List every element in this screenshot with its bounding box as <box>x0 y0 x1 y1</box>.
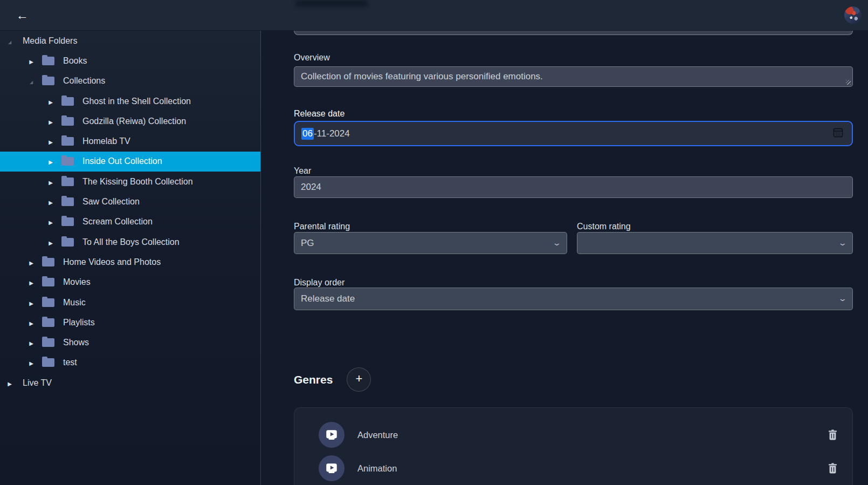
tree-item[interactable]: Books <box>0 51 260 71</box>
genre-label: Animation <box>357 463 397 474</box>
tree-expand-icon[interactable] <box>5 378 14 388</box>
display-order-select[interactable]: Release date ⌄ <box>294 288 853 310</box>
folder-icon <box>61 177 74 186</box>
blurred-title-text <box>295 0 368 7</box>
tree-item-label: To All the Boys Collection <box>82 237 180 247</box>
tree-item[interactable]: Live TV <box>0 373 260 393</box>
date-rest-segment: -11-2024 <box>314 128 350 139</box>
tree-expand-icon[interactable] <box>27 257 36 267</box>
folder-icon <box>61 238 74 247</box>
genres-heading: Genres <box>294 373 333 386</box>
folder-icon <box>42 298 54 307</box>
genre-avatar <box>319 455 345 481</box>
tree-expand-icon[interactable] <box>27 76 36 86</box>
genres-list: Adventure <box>294 407 853 485</box>
folder-icon <box>61 217 74 226</box>
parental-rating-select[interactable]: PG ⌄ <box>294 232 567 254</box>
parental-rating-value: PG <box>301 238 314 249</box>
tree-item[interactable]: Playlists <box>0 312 260 332</box>
folder-icon <box>42 278 54 286</box>
tree-item-label: Books <box>63 56 87 66</box>
tree-expand-icon[interactable] <box>46 97 55 106</box>
parental-rating-label: Parental rating <box>294 222 350 231</box>
tree-expand-icon[interactable] <box>46 217 55 227</box>
delete-genre-button[interactable] <box>828 429 837 440</box>
trash-icon <box>828 463 837 474</box>
tree-item-label: Home Videos and Photos <box>63 257 161 267</box>
tree-item-label: Inside Out Collection <box>82 156 162 166</box>
app-header: ← <box>0 0 868 31</box>
tree-item[interactable]: Ghost in the Shell Collection <box>0 91 260 111</box>
tree-expand-icon[interactable] <box>27 358 36 367</box>
tree-item-label: Shows <box>63 338 89 347</box>
tree-expand-icon[interactable] <box>46 136 55 146</box>
folder-icon <box>61 117 74 126</box>
release-date-label: Release date <box>294 109 345 119</box>
title-field-cutoff[interactable] <box>294 31 853 35</box>
tree-expand-icon[interactable] <box>46 117 55 126</box>
custom-rating-select[interactable]: ⌄ <box>577 232 853 254</box>
resize-grip-icon[interactable] <box>846 80 851 85</box>
tree-expand-icon[interactable] <box>27 56 36 66</box>
tree-item[interactable]: The Kissing Booth Collection <box>0 172 260 192</box>
tree-item[interactable]: To All the Boys Collection <box>0 232 260 252</box>
tree-item[interactable]: test <box>0 353 260 373</box>
tree-item[interactable]: Movies <box>0 272 260 292</box>
tree-item-label: Homelab TV <box>82 136 130 146</box>
tree-item-label: Godzilla (Reiwa) Collection <box>82 117 186 126</box>
tree-item[interactable]: Music <box>0 292 260 312</box>
calendar-icon[interactable] <box>833 127 843 140</box>
display-order-label: Display order <box>294 278 345 288</box>
delete-genre-button[interactable] <box>828 463 837 474</box>
tree-item-label: Music <box>63 298 86 308</box>
tree-expand-icon[interactable] <box>27 338 36 347</box>
tree-expand-icon[interactable] <box>46 177 55 187</box>
plus-icon: + <box>355 373 362 385</box>
tree-expand-icon[interactable] <box>27 318 36 327</box>
folder-icon <box>61 137 74 146</box>
display-order-value: Release date <box>301 293 355 304</box>
date-day-segment: 06 <box>301 128 314 140</box>
overview-textarea[interactable]: Collection of movies featuring various p… <box>294 66 853 87</box>
folder-icon <box>42 57 54 65</box>
arrow-left-icon: ← <box>16 8 29 22</box>
tree-expand-icon[interactable] <box>5 36 14 46</box>
tree-item-label: test <box>63 358 77 367</box>
release-date-input[interactable]: 06-11-2024 <box>294 121 853 146</box>
back-button[interactable]: ← <box>13 6 31 24</box>
movie-icon <box>325 461 339 475</box>
list-item: Adventure <box>294 418 852 452</box>
user-avatar[interactable] <box>844 6 862 24</box>
year-label: Year <box>294 166 311 176</box>
tree-item[interactable]: Godzilla (Reiwa) Collection <box>0 111 260 131</box>
genre-label: Adventure <box>357 430 398 440</box>
folder-icon <box>42 358 54 367</box>
folder-icon <box>42 338 54 347</box>
folder-icon <box>61 197 74 206</box>
library-tree-sidebar: Media Folders Books Collections Ghost in… <box>0 31 261 485</box>
tree-item-label: The Kissing Booth Collection <box>82 177 193 187</box>
tree-item[interactable]: Collections <box>0 71 260 91</box>
add-genre-button[interactable]: + <box>347 367 371 392</box>
year-input[interactable]: 2024 <box>294 176 853 198</box>
tree-item-label: Live TV <box>23 378 52 388</box>
tree-item[interactable]: Shows <box>0 332 260 352</box>
tree-expand-icon[interactable] <box>27 277 36 287</box>
tree-expand-icon[interactable] <box>46 197 55 207</box>
tree-expand-icon[interactable] <box>27 298 36 308</box>
folder-icon <box>42 258 54 267</box>
tree-item-label: Scream Collection <box>82 217 153 227</box>
trash-icon <box>828 429 837 440</box>
tree-item-label: Ghost in the Shell Collection <box>82 97 191 106</box>
movie-icon <box>325 428 339 442</box>
tree-item[interactable]: Homelab TV <box>0 131 260 151</box>
tree-item[interactable]: Inside Out Collection <box>0 152 260 172</box>
tree-expand-icon[interactable] <box>46 237 55 247</box>
tree-item[interactable]: Home Videos and Photos <box>0 252 260 272</box>
tree-item[interactable]: Media Folders <box>0 31 260 51</box>
genre-avatar <box>319 422 345 448</box>
overview-value: Collection of movies featuring various p… <box>301 71 543 82</box>
tree-item[interactable]: Scream Collection <box>0 212 260 232</box>
tree-item[interactable]: Saw Collection <box>0 192 260 211</box>
tree-expand-icon[interactable] <box>46 156 55 166</box>
